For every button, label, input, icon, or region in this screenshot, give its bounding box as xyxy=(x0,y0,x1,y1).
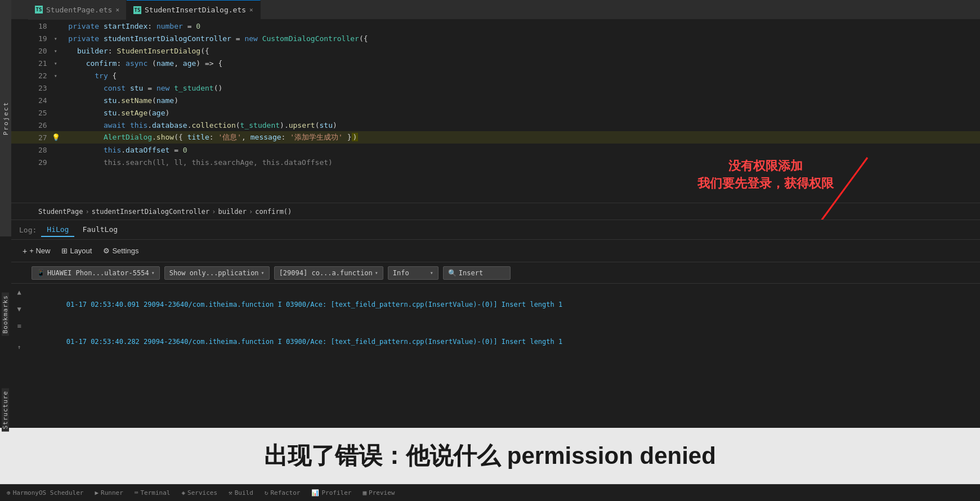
tab-close-studentinsert[interactable]: ✕ xyxy=(249,6,253,14)
log-line-1: 01-17 02:53:40.282 29094-23640/com.ithei… xyxy=(34,323,975,349)
code-line-25: 25 stu.setAge(age) xyxy=(11,106,980,119)
code-line-26: 26 await this.database.collection(t_stud… xyxy=(11,119,980,131)
scroll-up-icon[interactable]: ▲ xyxy=(17,286,21,298)
bottom-tab-label-7: Preview xyxy=(369,489,395,496)
log-tab-faultlog[interactable]: FaultLog xyxy=(77,223,123,237)
log-content: ▲ ▼ ≡ ↑ ↓ ⊡ ✕ 01-17 02:53:40.091 29094-2… xyxy=(11,284,980,349)
bottom-tab-icon-4: ⚒ xyxy=(229,489,232,496)
process-label: [29094] co...a.function xyxy=(279,269,373,277)
line-number-24: 24 xyxy=(11,96,52,105)
bottom-tab-label-0: HarmonyOS Scheduler xyxy=(13,489,84,496)
search-filter[interactable]: 🔍 Insert xyxy=(443,266,511,280)
line-number-29: 29 xyxy=(11,158,52,167)
fold-20[interactable]: ▾ xyxy=(52,48,60,54)
line-number-18: 18 xyxy=(11,22,52,30)
tab-studentinsert[interactable]: TS StudentInsertDialog.ets ✕ xyxy=(127,0,261,20)
layout-button[interactable]: ⊞ Layout xyxy=(57,244,96,257)
line-number-22: 22 xyxy=(11,71,52,80)
breadcrumb-sep-0: › xyxy=(85,208,89,216)
tab-icon-studentpage: TS xyxy=(35,6,43,14)
tab-close-studentpage[interactable]: ✕ xyxy=(115,6,119,14)
fold-19[interactable]: ▾ xyxy=(52,35,60,42)
bottom-tab-4[interactable]: ⚒ Build xyxy=(226,489,256,496)
device-filter[interactable]: 📱 HUAWEI Phon...ulator-5554 ▾ xyxy=(32,266,160,280)
scroll-down-icon[interactable]: ▼ xyxy=(17,303,21,315)
up-icon[interactable]: ↑ xyxy=(17,341,21,349)
fold-22[interactable]: ▾ xyxy=(52,73,60,79)
tab-label-studentpage: StudentPage.ets xyxy=(46,6,112,14)
bottom-tab-1[interactable]: ▶ Runner xyxy=(92,489,125,496)
tab-label-studentinsert: StudentInsertDialog.ets xyxy=(145,6,246,14)
code-line-19: 19 ▾ private studentInsertDialogControll… xyxy=(11,32,980,44)
bottom-tab-label-2: Terminal xyxy=(140,489,170,496)
code-line-18: 18 private startIndex: number = 0 xyxy=(11,20,980,32)
bottom-tab-icon-6: 📊 xyxy=(311,489,319,496)
breadcrumb-sep-2: › xyxy=(249,208,253,216)
bottom-tab-label-3: Services xyxy=(187,489,217,496)
bottom-tab-label-5: Refactor xyxy=(270,489,300,496)
fold-21[interactable]: ▾ xyxy=(52,60,60,66)
code-line-20: 20 ▾ builder: StudentInsertDialog({ xyxy=(11,44,980,57)
code-line-22: 22 ▾ try { xyxy=(11,69,980,82)
settings-button[interactable]: ⚙ Settings xyxy=(99,244,143,257)
line-number-27: 27 xyxy=(11,133,52,142)
breadcrumb-part-2[interactable]: builder xyxy=(218,208,247,216)
search-icon: 🔍 xyxy=(448,269,457,277)
layout-icon: ⊞ xyxy=(61,247,68,255)
bottom-tab-3[interactable]: ◈ Services xyxy=(179,489,220,496)
code-text-18: private startIndex: number = 0 xyxy=(60,22,980,30)
log-lines: 01-17 02:53:40.091 29094-23640/com.ithei… xyxy=(16,286,975,349)
project-label[interactable]: Project xyxy=(2,101,10,135)
log-tab-hilog-label: HiLog xyxy=(47,225,69,234)
level-arrow: ▾ xyxy=(430,270,433,276)
show-arrow: ▾ xyxy=(261,270,265,276)
bottom-tab-label-1: Runner xyxy=(101,489,123,496)
bottom-tab-icon-5: ↻ xyxy=(265,489,269,496)
bottom-text: 出现了错误：他说什么 permission denied xyxy=(264,435,716,477)
search-label: Insert xyxy=(459,269,483,277)
bottom-tab-2[interactable]: ⌨ Terminal xyxy=(132,489,173,496)
bottom-text-area: 出现了错误：他说什么 permission denied xyxy=(0,428,980,484)
device-icon: 📱 xyxy=(37,269,45,277)
code-text-20: builder: StudentInsertDialog({ xyxy=(60,47,980,55)
bottom-tab-label-6: Profiler xyxy=(321,489,351,496)
level-filter[interactable]: Info ▾ xyxy=(388,266,438,280)
breadcrumb-part-0[interactable]: StudentPage xyxy=(38,208,83,216)
tab-icon-studentinsert: TS xyxy=(133,6,141,14)
bottom-tab-icon-2: ⌨ xyxy=(135,489,138,496)
log-tabs: Log: HiLog FaultLog xyxy=(11,220,980,240)
code-text-19: private studentInsertDialogController = … xyxy=(60,34,980,43)
bottom-tab-icon-1: ▶ xyxy=(95,489,99,496)
layout-label: Layout xyxy=(70,247,92,255)
code-text-27: AlertDialog.show({ title: '信息', message:… xyxy=(60,132,980,142)
tab-studentpage[interactable]: TS StudentPage.ets ✕ xyxy=(28,0,127,20)
breadcrumb-part-1[interactable]: studentInsertDialogController xyxy=(92,208,210,216)
bottom-tab-6[interactable]: 📊 Profiler xyxy=(309,489,353,496)
line-number-28: 28 xyxy=(11,146,52,154)
filter-icon[interactable]: ≡ xyxy=(17,320,21,332)
bottom-tab-icon-7: ▦ xyxy=(363,489,366,496)
log-line-0: 01-17 02:53:40.091 29094-23640/com.ithei… xyxy=(34,286,975,323)
structure-label: Structure xyxy=(2,388,9,432)
code-line-23: 23 const stu = new t_student() xyxy=(11,82,980,94)
process-filter[interactable]: [29094] co...a.function ▾ xyxy=(274,266,383,280)
bottom-tab-icon-0: ⊕ xyxy=(7,489,11,496)
line-number-21: 21 xyxy=(11,59,52,68)
show-filter[interactable]: Show only...pplication ▾ xyxy=(164,266,270,280)
settings-label: Settings xyxy=(112,247,138,255)
log-tab-faultlog-label: FaultLog xyxy=(82,225,118,234)
device-label: HUAWEI Phon...ulator-5554 xyxy=(47,269,149,277)
log-panel: Log: HiLog FaultLog + + New ⊞ Layout ⚙ S… xyxy=(11,220,980,349)
breadcrumb-sep-1: › xyxy=(212,208,216,216)
new-button[interactable]: + + New xyxy=(18,244,55,258)
log-tab-hilog[interactable]: HiLog xyxy=(41,223,74,237)
bottom-tab-icon-3: ◈ xyxy=(181,489,185,496)
breadcrumb-part-3[interactable]: confirm() xyxy=(255,208,292,216)
bottom-tab-0[interactable]: ⊕ HarmonyOS Scheduler xyxy=(5,489,86,496)
bottom-toolbar: ⊕ HarmonyOS Scheduler ▶ Runner ⌨ Termina… xyxy=(0,484,980,501)
bottom-tab-5[interactable]: ↻ Refactor xyxy=(262,489,303,496)
code-line-27: 27 💡 AlertDialog.show({ title: '信息', mes… xyxy=(11,131,980,144)
bottom-tab-7[interactable]: ▦ Preview xyxy=(360,489,397,496)
show-label: Show only...pplication xyxy=(169,269,259,277)
new-icon: + xyxy=(23,247,27,256)
